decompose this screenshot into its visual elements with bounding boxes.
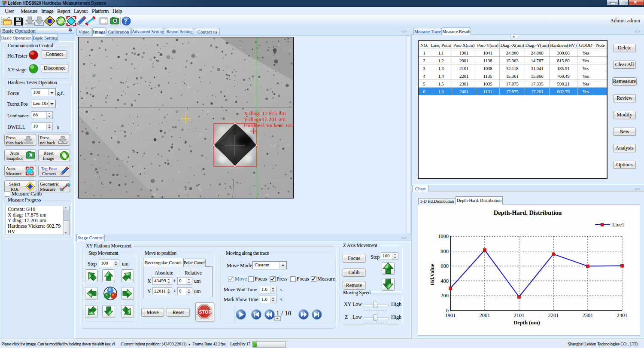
svg-text:Depth (um): Depth (um) bbox=[513, 320, 540, 326]
svg-text:?: ? bbox=[124, 18, 128, 25]
svg-text:200: 200 bbox=[440, 293, 449, 299]
svg-text:2201: 2201 bbox=[548, 312, 559, 318]
svg-text:Hd.Value: Hd.Value bbox=[429, 264, 435, 285]
svg-text:600: 600 bbox=[440, 263, 449, 269]
svg-text:STOP: STOP bbox=[199, 309, 212, 314]
svg-text:A: A bbox=[28, 153, 31, 158]
svg-text:2301: 2301 bbox=[583, 312, 593, 318]
svg-text:Y diag: 17.201 um: Y diag: 17.201 um bbox=[244, 116, 286, 122]
svg-text:1000: 1000 bbox=[438, 233, 449, 239]
svg-text:2001: 2001 bbox=[480, 312, 490, 318]
svg-text:2101: 2101 bbox=[514, 312, 525, 318]
svg-text:800: 800 bbox=[440, 248, 449, 254]
svg-text:PICTURE: PICTURE bbox=[27, 159, 33, 160]
svg-text:400: 400 bbox=[440, 278, 449, 284]
svg-text:Hardness Vickers: 602: Hardness Vickers: 602 bbox=[244, 122, 294, 128]
svg-text:2401: 2401 bbox=[617, 312, 628, 318]
svg-text:PIC TURE: PIC TURE bbox=[111, 24, 118, 26]
svg-text:X diag: 17.875 um: X diag: 17.875 um bbox=[244, 110, 286, 116]
svg-text:1901: 1901 bbox=[445, 312, 456, 318]
svg-text:Line1: Line1 bbox=[612, 222, 624, 228]
svg-text:Depth-Hard. Distribution: Depth-Hard. Distribution bbox=[494, 209, 562, 216]
